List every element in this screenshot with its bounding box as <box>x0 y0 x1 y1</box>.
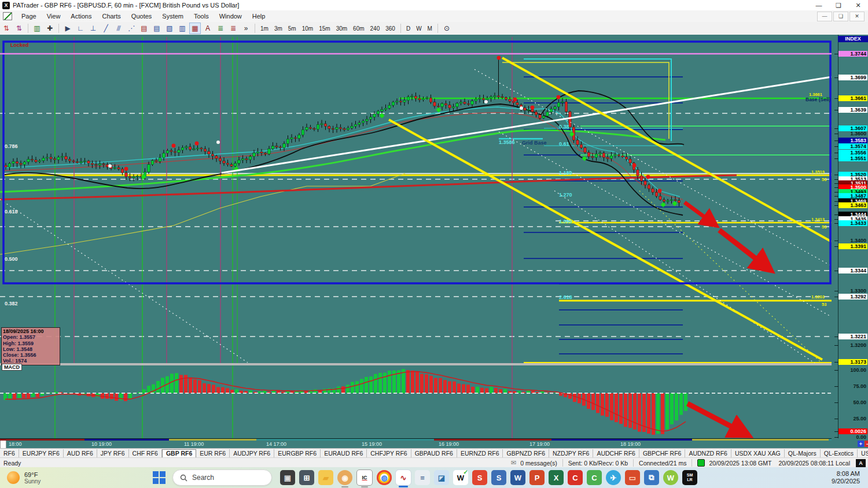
account-icon[interactable]: ◉ <box>337 470 352 485</box>
timeframe-1m[interactable]: 1m <box>258 25 271 32</box>
indicator-icon[interactable]: ≣ <box>215 23 226 34</box>
chart-type-icon[interactable]: ▥ <box>31 23 43 34</box>
tab-audnzd-rf6[interactable]: AUDNZD RF6 <box>685 449 731 458</box>
tab-usdx-xau-xag[interactable]: USDX XAU XAG <box>731 449 785 458</box>
clock-icon[interactable]: ⊙ <box>441 23 453 34</box>
mdi-minimize-button[interactable]: — <box>817 12 832 21</box>
timeframe-3m[interactable]: 3m <box>272 25 285 32</box>
calculator-icon[interactable]: ⊞ <box>299 470 314 485</box>
timeframe-15m[interactable]: 15m <box>317 25 332 32</box>
trendline-icon[interactable]: ╱ <box>100 23 112 34</box>
text-tool-icon[interactable]: A <box>202 23 214 34</box>
tab-audjpy-rf6[interactable]: AUDJPY RF6 <box>230 449 274 458</box>
pin-blue-icon[interactable]: ⇅ <box>13 23 25 34</box>
red-s-icon[interactable]: S <box>472 470 487 485</box>
channel-icon[interactable]: ⫻ <box>113 23 124 34</box>
tab-usdx-rf[interactable]: USDX RF <box>858 449 868 458</box>
menu-actions[interactable]: Actions <box>65 12 97 21</box>
minimize-button[interactable]: — <box>809 1 829 10</box>
time-axis[interactable]: + − 18:0010 19:0011 19:0014 17:0015 19:0… <box>0 438 832 449</box>
tray-app-icon[interactable]: A <box>856 459 866 467</box>
hlevels2-icon[interactable]: ▤ <box>151 23 163 34</box>
tab-eurjpy-rf6[interactable]: EURJPY RF6 <box>19 449 64 458</box>
pin-red-icon[interactable]: ⇅ <box>1 23 12 34</box>
taskbar-clock[interactable]: 8:08 AM 9/20/2025 <box>832 470 868 485</box>
orange-app-icon[interactable]: ▭ <box>625 470 640 485</box>
file-explorer-icon[interactable]: ▰ <box>318 470 333 485</box>
menu-charts[interactable]: Charts <box>97 12 126 21</box>
menu-window[interactable]: Window <box>214 12 247 21</box>
mdi-close-button[interactable]: ✕ <box>849 12 865 21</box>
period-W[interactable]: W <box>414 25 424 32</box>
tab-chf-rf6[interactable]: CHF RF6 <box>129 449 162 458</box>
word-icon[interactable]: W <box>510 470 525 485</box>
telegram-icon[interactable]: ✈ <box>606 470 621 485</box>
menu-system[interactable]: System <box>157 12 189 21</box>
tab-gbpaud-rf6[interactable]: GBPAUD RF6 <box>411 449 457 458</box>
pattern-icon[interactable]: ▧ <box>164 23 175 34</box>
tab-eurgbp-rf6[interactable]: EURGBP RF6 <box>274 449 321 458</box>
phone-link-icon[interactable]: ⧉ <box>644 470 659 485</box>
tab-euraud-rf6[interactable]: EURAUD RF6 <box>321 449 367 458</box>
price-scale[interactable]: INDEX 1.37441.36991.36611.36391.36071.36… <box>832 35 868 438</box>
green-w-icon[interactable]: W <box>663 470 678 485</box>
menu-tools[interactable]: Tools <box>189 12 214 21</box>
restore-button[interactable]: ❏ <box>829 1 848 10</box>
tab-gbpchf-rf6[interactable]: GBPCHF RF6 <box>639 449 686 458</box>
green-c-icon[interactable]: C <box>587 470 602 485</box>
columns-icon[interactable]: ▥ <box>176 23 188 34</box>
tab-gbp-rf6[interactable]: GBP RF6 <box>162 449 196 458</box>
close-button[interactable]: ✕ <box>848 1 868 10</box>
fib-fan-icon[interactable]: ⋰ <box>126 23 137 34</box>
overflow-chevron-icon[interactable]: » <box>240 23 252 34</box>
search-box[interactable]: Search <box>172 469 272 486</box>
menu-page[interactable]: Page <box>16 12 42 21</box>
timeframe-360[interactable]: 360 <box>383 25 398 32</box>
tab-aud-rf6[interactable]: AUD RF6 <box>64 449 97 458</box>
tab-jpy-rf6[interactable]: JPY RF6 <box>97 449 129 458</box>
tab-chfjpy-rf6[interactable]: CHFJPY RF6 <box>367 449 411 458</box>
weather-widget[interactable]: 69°F Sunny <box>7 471 152 485</box>
menu-view[interactable]: View <box>42 12 66 21</box>
tab-ql-exotics[interactable]: QL-Exotics <box>821 449 858 458</box>
timeframe-30m[interactable]: 30m <box>334 25 350 32</box>
tab-gbpnzd-rf6[interactable]: GBPNZD RF6 <box>503 449 549 458</box>
tab-eur-rf6[interactable]: EUR RF6 <box>196 449 230 458</box>
tab-rf6[interactable]: RF6 <box>0 449 19 458</box>
zoom-in-button[interactable]: + <box>858 441 864 447</box>
chart-area[interactable]: Locked 0.7860.6180.5000.382 0.380.611.18… <box>0 35 868 448</box>
ic-app-icon[interactable]: IC <box>356 469 373 486</box>
timeframe-10m[interactable]: 10m <box>300 25 315 32</box>
timeframe-240[interactable]: 240 <box>368 25 382 32</box>
start-button[interactable] <box>152 470 167 485</box>
period-D[interactable]: D <box>404 25 413 32</box>
period-M[interactable]: M <box>425 25 435 32</box>
patrader-icon[interactable]: ∿ <box>396 470 411 485</box>
powerpoint-icon[interactable]: P <box>529 470 545 485</box>
timeframe-5m[interactable]: 5m <box>286 25 299 32</box>
tab-nzdjpy-rf6[interactable]: NZDJPY RF6 <box>549 449 593 458</box>
dark-app-icon[interactable]: ▣ <box>280 470 295 485</box>
indicator2-icon[interactable]: ≣ <box>227 23 239 34</box>
blue-s-icon[interactable]: S <box>491 470 506 485</box>
mdi-restore-button[interactable]: ❏ <box>833 12 848 21</box>
menu-help[interactable]: Help <box>247 12 271 21</box>
red-c-icon[interactable]: C <box>568 470 583 485</box>
panel-red-icon[interactable]: ▦ <box>189 23 201 34</box>
webull-icon[interactable]: W✓ <box>453 470 468 485</box>
photos-icon[interactable]: ◪ <box>434 470 449 485</box>
timeframe-60m[interactable]: 60m <box>351 25 366 32</box>
notepad-icon[interactable]: ≡ <box>415 470 430 485</box>
excel-icon[interactable]: X <box>549 470 564 485</box>
smlr-icon[interactable]: SM LR <box>682 470 697 485</box>
tab-audchf-rf6[interactable]: AUDCHF RF6 <box>593 449 639 458</box>
angle-line-icon[interactable]: ∟ <box>75 23 86 34</box>
tab-ql-majors[interactable]: QL-Majors <box>785 449 821 458</box>
panel-splitter[interactable] <box>0 363 832 365</box>
menu-quotes[interactable]: Quotes <box>126 12 157 21</box>
zoom-out-button[interactable]: − <box>865 441 868 447</box>
pointer-icon[interactable]: ▶ <box>62 23 73 34</box>
tab-eurnzd-rf6[interactable]: EURNZD RF6 <box>457 449 503 458</box>
crosshair-icon[interactable]: ✚ <box>44 23 56 34</box>
vertical-line-icon[interactable]: ⊥ <box>87 23 99 34</box>
